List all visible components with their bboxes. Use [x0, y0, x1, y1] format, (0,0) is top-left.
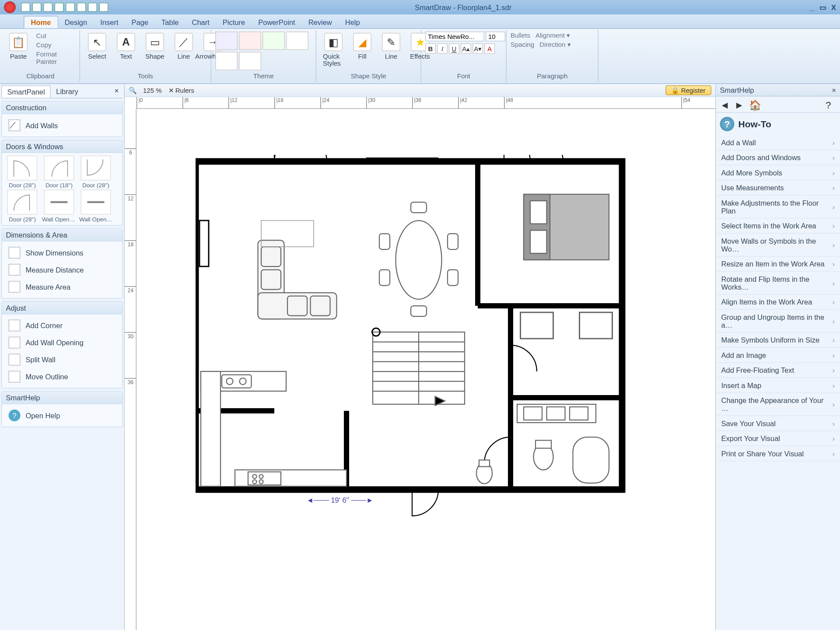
howto-item[interactable]: Move Walls or Symbols in the Wo…: [716, 234, 840, 257]
underline-button[interactable]: U: [449, 43, 459, 54]
nav-fwd-icon[interactable]: ►: [735, 99, 745, 110]
bullets-button[interactable]: Bullets: [511, 32, 530, 39]
howto-item[interactable]: Select Items in the Work Area: [716, 219, 840, 234]
paste-button[interactable]: 📋Paste: [5, 32, 32, 61]
cut-button[interactable]: Cut: [34, 32, 76, 40]
format-painter-button[interactable]: Format Painter: [34, 50, 76, 66]
howto-item[interactable]: Align Items in the Work Area: [716, 295, 840, 310]
move-outline-button[interactable]: Move Outline: [5, 368, 120, 385]
tab-review[interactable]: Review: [302, 17, 339, 28]
tab-help[interactable]: Help: [339, 17, 367, 28]
qat-btn[interactable]: [88, 3, 97, 12]
qat-btn[interactable]: [77, 3, 86, 12]
qat-btn[interactable]: [43, 3, 52, 12]
tab-page[interactable]: Page: [125, 17, 155, 28]
font-color-button[interactable]: A: [484, 43, 495, 54]
add-corner-button[interactable]: Add Corner: [5, 317, 120, 334]
line-tool[interactable]: ／Line: [171, 32, 197, 61]
close-button[interactable]: X: [831, 3, 836, 12]
direction-button[interactable]: Direction ▾: [539, 41, 570, 48]
svg-rect-41: [201, 371, 220, 486]
measure-area-button[interactable]: Measure Area: [5, 278, 120, 295]
howto-item[interactable]: Make Symbols Uniform in Size: [716, 333, 840, 348]
rulers-toggle[interactable]: ✕ Rulers: [168, 87, 195, 94]
split-wall-button[interactable]: Split Wall: [5, 351, 120, 368]
italic-button[interactable]: I: [437, 43, 448, 54]
theme-swatch[interactable]: [239, 32, 261, 50]
add-walls-button[interactable]: ／Add Walls: [5, 117, 120, 134]
line-style-button[interactable]: ✎Line: [378, 32, 404, 61]
nav-back-icon[interactable]: ◄: [720, 99, 731, 110]
howto-item[interactable]: Add a Wall: [716, 135, 840, 150]
howto-item[interactable]: Resize an Item in the Work Area: [716, 257, 840, 272]
fill-button[interactable]: ◢Fill: [349, 32, 375, 61]
tab-chart[interactable]: Chart: [185, 17, 216, 28]
spacing-button[interactable]: Spacing: [511, 41, 534, 48]
svg-rect-60: [521, 312, 553, 339]
shrink-font-button[interactable]: A▾: [472, 43, 483, 54]
howto-item[interactable]: Add Doors and Windows: [716, 150, 840, 166]
help-icon[interactable]: ?: [826, 99, 836, 110]
tab-powerpoint[interactable]: PowerPoint: [252, 17, 301, 28]
qat-btn[interactable]: [21, 3, 30, 12]
howto-item[interactable]: Save Your Visual: [716, 416, 840, 431]
drawing-canvas[interactable]: ◄─── 19' 6" ───►: [136, 109, 715, 630]
qat-btn[interactable]: [55, 3, 64, 12]
minimize-button[interactable]: _: [810, 3, 814, 12]
theme-swatch[interactable]: [239, 52, 261, 70]
howto-item[interactable]: Rotate and Flip Items in the Works…: [716, 272, 840, 295]
tab-home[interactable]: Home: [24, 16, 58, 28]
howto-item[interactable]: Export Your Visual: [716, 431, 840, 447]
close-panel-button[interactable]: ×: [111, 85, 123, 98]
door-symbol[interactable]: Door (28"): [5, 190, 40, 223]
text-tool[interactable]: AText: [113, 32, 139, 61]
qat-btn[interactable]: [32, 3, 42, 12]
theme-swatch[interactable]: [215, 32, 238, 50]
theme-swatch[interactable]: [215, 52, 238, 70]
font-size-select[interactable]: [486, 32, 505, 42]
howto-item[interactable]: Add More Symbols: [716, 165, 840, 181]
shape-tool[interactable]: ▭Shape: [142, 32, 168, 61]
theme-swatch[interactable]: [262, 32, 285, 50]
show-dimensions-button[interactable]: Show Dimensions: [5, 244, 120, 261]
add-wall-opening-button[interactable]: Add Wall Opening: [5, 334, 120, 351]
tab-picture[interactable]: Picture: [216, 17, 252, 28]
door-symbol[interactable]: Door (18"): [42, 156, 77, 189]
close-help-button[interactable]: ×: [832, 86, 836, 94]
tab-table[interactable]: Table: [155, 17, 185, 28]
library-tab[interactable]: Library: [51, 85, 83, 98]
open-help-button[interactable]: ?Open Help: [5, 407, 120, 424]
copy-button[interactable]: Copy: [34, 41, 76, 49]
tab-insert[interactable]: Insert: [94, 17, 125, 28]
grow-font-button[interactable]: A▴: [461, 43, 471, 54]
zoom-level[interactable]: 125 %: [143, 87, 162, 94]
svg-rect-20: [379, 234, 390, 249]
howto-item[interactable]: Insert a Map: [716, 378, 840, 393]
maximize-button[interactable]: ▭: [819, 3, 826, 12]
measure-distance-button[interactable]: Measure Distance: [5, 261, 120, 278]
font-family-select[interactable]: [425, 32, 484, 42]
door-symbol[interactable]: Door (28"): [78, 156, 114, 189]
door-symbol[interactable]: Door (28"): [5, 156, 40, 189]
smartpanel-tab[interactable]: SmartPanel: [1, 85, 51, 98]
quick-styles-button[interactable]: ◧Quick Styles: [320, 32, 346, 68]
howto-item[interactable]: Change the Appearance of Your …: [716, 393, 840, 416]
wall-opening-symbol[interactable]: Wall Open…: [78, 190, 114, 223]
theme-swatch[interactable]: [286, 32, 308, 50]
qat-btn[interactable]: [66, 3, 75, 12]
select-tool[interactable]: ↖Select: [84, 32, 110, 61]
qat-btn[interactable]: [99, 3, 108, 12]
howto-item[interactable]: Make Adjustments to the Floor Plan: [716, 196, 840, 219]
home-icon[interactable]: 🏠: [749, 99, 760, 110]
howto-item[interactable]: Print or Share Your Visual: [716, 446, 840, 462]
alignment-button[interactable]: Alignment ▾: [536, 32, 570, 39]
howto-item[interactable]: Group and Ungroup Items in the a…: [716, 310, 840, 333]
register-button[interactable]: 🔒 Register: [665, 85, 711, 95]
wall-opening-symbol[interactable]: Wall Openi…: [42, 190, 77, 223]
howto-item[interactable]: Use Measurements: [716, 181, 840, 196]
bold-button[interactable]: B: [425, 43, 436, 54]
howto-item[interactable]: Add an Image: [716, 348, 840, 363]
howto-item[interactable]: Add Free-Floating Text: [716, 363, 840, 378]
tab-design[interactable]: Design: [58, 17, 94, 28]
zoom-icon[interactable]: 🔍: [129, 87, 136, 94]
